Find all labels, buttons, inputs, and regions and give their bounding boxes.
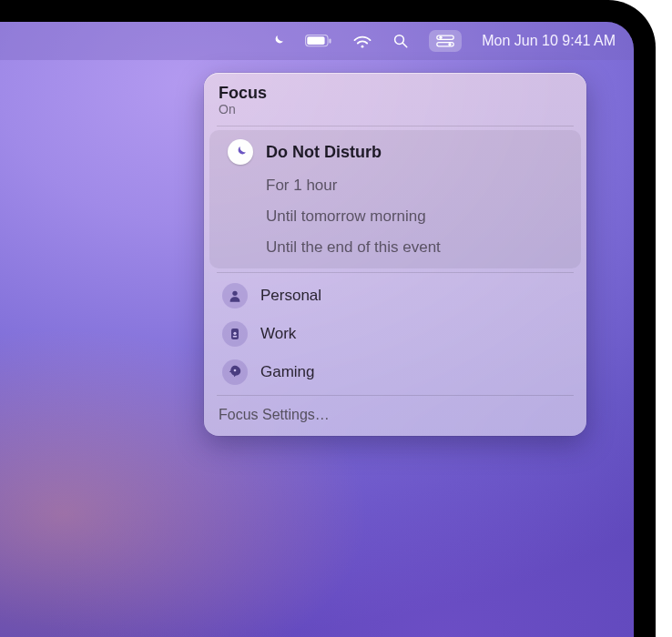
svg-rect-12 [233, 336, 238, 338]
focus-mode-label: Gaming [260, 363, 315, 381]
device-bezel: Mon Jun 10 9:41 AM Focus On Do Not Distu… [0, 0, 656, 637]
battery-icon [305, 35, 332, 47]
duration-label: Until the end of this event [266, 238, 441, 257]
divider [217, 395, 574, 396]
desktop-wallpaper: Mon Jun 10 9:41 AM Focus On Do Not Distu… [0, 22, 634, 637]
divider [217, 126, 574, 126]
menubar-focus-status[interactable] [270, 34, 285, 48]
dnd-block: Do Not Disturb For 1 hour Until tomorrow… [209, 130, 581, 268]
svg-point-8 [449, 43, 452, 46]
menubar-spotlight[interactable] [392, 33, 409, 49]
svg-rect-1 [308, 36, 325, 45]
dnd-duration-until-event-end[interactable]: Until the end of this event [209, 232, 581, 263]
control-center-icon [436, 35, 454, 47]
focus-mode-label: Personal [260, 287, 321, 305]
focus-mode-label: Work [260, 325, 296, 343]
person-icon [222, 283, 248, 308]
do-not-disturb-label: Do Not Disturb [266, 143, 382, 162]
menubar: Mon Jun 10 9:41 AM [0, 22, 634, 60]
svg-point-11 [233, 332, 236, 335]
focus-settings-label: Focus Settings… [219, 407, 330, 423]
focus-panel-header: Focus On [204, 82, 586, 122]
focus-panel-title: Focus [219, 84, 572, 103]
badge-icon [222, 321, 248, 347]
focus-settings-link[interactable]: Focus Settings… [204, 399, 586, 429]
divider [217, 272, 574, 273]
focus-panel-status: On [219, 102, 572, 116]
focus-dropdown-panel: Focus On Do Not Disturb For 1 hour Until… [204, 73, 586, 436]
search-icon [392, 33, 409, 49]
svg-point-6 [440, 36, 443, 39]
svg-line-4 [402, 43, 407, 47]
svg-point-13 [234, 369, 237, 372]
duration-label: Until tomorrow morning [266, 207, 426, 226]
menubar-wifi[interactable] [352, 34, 372, 48]
focus-mode-personal[interactable]: Personal [204, 277, 586, 315]
svg-rect-2 [330, 38, 331, 43]
menubar-control-center[interactable] [429, 30, 462, 52]
focus-mode-gaming[interactable]: Gaming [204, 353, 586, 391]
menubar-clock[interactable]: Mon Jun 10 9:41 AM [482, 33, 616, 49]
wifi-icon [352, 34, 372, 48]
focus-mode-do-not-disturb[interactable]: Do Not Disturb [209, 132, 581, 170]
menubar-battery[interactable] [305, 35, 332, 47]
dnd-duration-1-hour[interactable]: For 1 hour [209, 170, 581, 201]
focus-mode-work[interactable]: Work [204, 315, 586, 353]
svg-point-9 [232, 291, 237, 296]
moon-icon [228, 139, 253, 165]
duration-label: For 1 hour [266, 177, 337, 195]
moon-icon [270, 34, 285, 48]
dnd-duration-until-tomorrow[interactable]: Until tomorrow morning [209, 201, 581, 232]
rocket-icon [222, 359, 248, 385]
